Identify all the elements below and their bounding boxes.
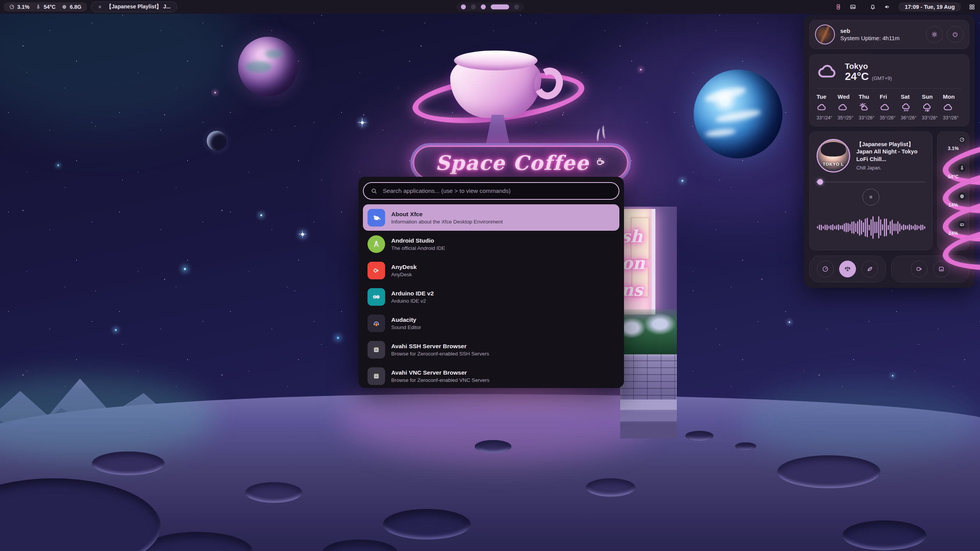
album-art <box>817 139 850 173</box>
audio-visualizer <box>817 210 925 245</box>
disk-icon <box>958 220 966 229</box>
weather-cloud-icon <box>817 61 839 83</box>
gauge-chip: 14% <box>942 194 964 216</box>
system-stat: 6.8G <box>62 4 81 10</box>
star <box>214 92 216 93</box>
forecast-temps: 33°/26° <box>859 115 874 121</box>
cloud-icon <box>943 102 954 113</box>
gauge-disk: 24% <box>942 222 964 245</box>
star <box>789 321 790 323</box>
workspace-dot-3[interactable] <box>481 5 486 10</box>
star <box>184 268 186 270</box>
xfce-mouse-icon <box>368 209 385 227</box>
coffee-cup-icon <box>595 156 606 169</box>
desktop: Space Coffee esh oon ans 3.1%54°C6.8G 【J… <box>0 0 980 551</box>
widget-sidebar: seb System Uptime: 4h11m Tokyo 24°C (GMT… <box>804 15 975 288</box>
video-button[interactable] <box>911 261 928 277</box>
forecast-day-label: Thu <box>859 93 869 100</box>
cloud-rain-icon <box>901 102 911 113</box>
overview-grid-icon[interactable] <box>969 3 975 10</box>
music-pill[interactable]: 【Japanese Playlist】 J... <box>91 2 177 12</box>
shop-brick-wall <box>620 354 677 401</box>
small-moon <box>207 131 227 151</box>
app-description: The official Android IDE <box>391 245 445 251</box>
star <box>681 180 683 182</box>
forecast-day-label: Tue <box>817 93 826 100</box>
cloud-storm-icon <box>922 102 933 113</box>
pause-button[interactable] <box>862 189 879 205</box>
app-list-item[interactable]: Android StudioThe official Android IDE <box>363 231 619 257</box>
track-subtitle: Chill Japan. <box>856 165 925 171</box>
media-player-card: 【Japanese Playlist】 Japan All Night - To… <box>809 132 933 250</box>
gauge-thermometer: 54°C <box>942 166 964 188</box>
app-list-item[interactable]: AnyDeskAnyDesk <box>363 257 619 284</box>
app-list-item[interactable]: Avahi SSH Server BrowserBrowse for Zeroc… <box>363 336 619 363</box>
app-list-item[interactable]: AudacitySound Editor <box>363 310 619 336</box>
workspace-dot-4[interactable] <box>491 5 509 10</box>
volume-icon[interactable] <box>884 3 891 10</box>
search-input[interactable] <box>382 187 612 195</box>
power-button[interactable] <box>947 26 964 43</box>
anydesk-icon <box>368 262 385 279</box>
stat-value: 54°C <box>44 4 56 10</box>
scales-button[interactable] <box>839 261 856 277</box>
stat-value: 3.1% <box>17 4 29 10</box>
network-icon <box>368 341 385 359</box>
sparkle-star <box>298 230 307 239</box>
app-description: Browse for Zeroconf-enabled SSH Servers <box>391 351 489 357</box>
app-launcher: About XfceInformation about the Xfce Des… <box>358 177 624 388</box>
topbar-right: 17:09 - Tue, 19 Aug <box>835 2 975 11</box>
top-bar: 3.1%54°C6.8G 【Japanese Playlist】 J... 17… <box>0 0 980 14</box>
weather-city: Tokyo <box>845 62 892 71</box>
chip-icon <box>958 192 966 201</box>
search-bar[interactable] <box>363 182 619 200</box>
moon-ground <box>0 394 980 551</box>
star <box>892 375 893 377</box>
app-name: Avahi SSH Server Browser <box>391 343 489 350</box>
app-description: Browse for Zeroconf-enabled VNC Servers <box>391 377 490 383</box>
workspace-dot-5[interactable] <box>514 5 519 10</box>
bell-icon[interactable] <box>869 3 876 10</box>
cloud-icon <box>817 102 827 113</box>
speedometer-button[interactable] <box>817 261 834 277</box>
app-list-item[interactable]: Avahi VNC Server BrowserBrowse for Zeroc… <box>363 363 619 389</box>
forecast-temps: 35°/26° <box>880 115 895 121</box>
forecast-temps: 35°/25° <box>838 115 853 121</box>
forecast-day-label: Sun <box>922 93 933 100</box>
cloud-icon <box>838 102 848 113</box>
avatar <box>815 24 835 44</box>
app-description: AnyDesk <box>391 272 416 277</box>
shop-steps <box>620 399 677 439</box>
wallpaper-icon[interactable] <box>849 3 856 10</box>
system-uptime: System Uptime: 4h11m <box>840 35 900 41</box>
settings-button[interactable] <box>926 26 943 43</box>
forecast-day: Wed35°/25° <box>838 93 857 121</box>
app-list-item[interactable]: About XfceInformation about the Xfce Des… <box>363 204 619 231</box>
workspace-dot-2[interactable] <box>471 5 476 10</box>
pause-icon <box>97 4 103 10</box>
forecast-day-label: Wed <box>838 93 849 100</box>
app-description: Arduino IDE v2 <box>391 298 434 304</box>
weekly-forecast: Tue33°/24°Wed35°/25°Thu33°/26°Fri35°/26°… <box>817 93 962 121</box>
phone-icon[interactable] <box>835 3 842 10</box>
seek-bar[interactable] <box>817 179 925 185</box>
arduino-icon <box>368 288 385 306</box>
stat-value: 6.8G <box>70 4 81 10</box>
system-gauges-card: 3.1%54°C14%24% <box>937 132 969 250</box>
forecast-day: Thu33°/26° <box>859 93 878 121</box>
app-name: Audacity <box>391 316 421 323</box>
clock[interactable]: 17:09 - Tue, 19 Aug <box>898 2 961 11</box>
leaf-button[interactable] <box>861 261 878 277</box>
seek-thumb[interactable] <box>817 179 823 185</box>
screenshot-button[interactable] <box>933 261 950 277</box>
purple-planet <box>238 37 298 96</box>
forecast-day: Mon33°/26° <box>943 93 962 121</box>
star <box>640 69 642 70</box>
app-list-item[interactable]: Arduino IDE v2Arduino IDE v2 <box>363 284 619 310</box>
user-card: seb System Uptime: 4h11m <box>809 20 969 49</box>
app-description: Information about the Xfce Desktop Envir… <box>391 219 503 225</box>
forecast-day-label: Mon <box>943 93 955 100</box>
workspace-dot-1[interactable] <box>461 5 466 10</box>
system-stats-pill[interactable]: 3.1%54°C6.8G <box>4 2 87 11</box>
app-name: Android Studio <box>391 237 445 244</box>
